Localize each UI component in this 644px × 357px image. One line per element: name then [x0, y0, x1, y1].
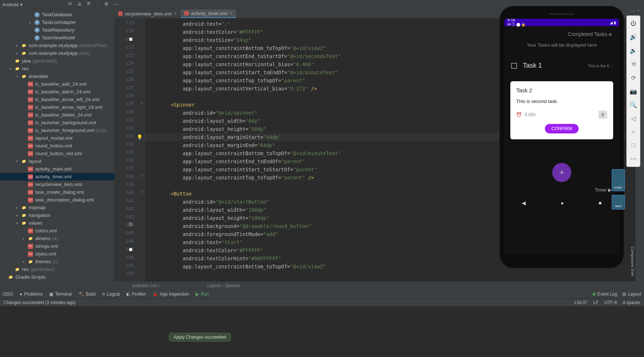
- tree-item[interactable]: ▸📁dimens(4): [0, 235, 114, 242]
- tree-item[interactable]: </>styles.xml: [0, 250, 114, 258]
- android-nav-bar: ◀ ● ■: [504, 195, 619, 211]
- collapse-icon[interactable]: ⇈: [87, 1, 91, 8]
- bottom-tool-bar: ODO ● Problems ▣ Terminal 🔨 Build ≡ Logc…: [0, 289, 644, 298]
- tree-item[interactable]: </>task_create_dialog.xml: [0, 188, 114, 196]
- close-icon[interactable]: ×: [174, 11, 177, 17]
- tree-item[interactable]: </>ic_baseline_delete_24.xml: [0, 111, 114, 119]
- tree-item[interactable]: </>round_button_red.xml: [0, 150, 114, 157]
- close-icon[interactable]: ×: [637, 8, 640, 13]
- chevron-down-icon: ▾: [20, 2, 23, 7]
- checkbox[interactable]: [511, 63, 517, 69]
- back-button[interactable]: ◀: [522, 200, 526, 206]
- rotate-right-icon[interactable]: ⟳: [631, 74, 636, 81]
- completed-tasks-header[interactable]: Completed Tasks: [504, 26, 619, 42]
- problems-tab[interactable]: ● Problems: [19, 292, 43, 297]
- tree-item[interactable]: </>ic_baseline_arrow_left_24.xml: [0, 96, 114, 103]
- indent[interactable]: 4 spaces: [623, 300, 640, 305]
- tree-item[interactable]: </>ic_baseline_alarm_24.xml: [0, 88, 114, 96]
- back-icon[interactable]: ◁: [631, 115, 636, 122]
- inspection-tab[interactable]: 🐞 App Inspection: [152, 292, 189, 297]
- more-icon[interactable]: ⋯: [630, 155, 637, 162]
- tree-item[interactable]: KTaskDatabase: [0, 11, 114, 18]
- tree-item[interactable]: </>recyclerview_item.xml: [0, 181, 114, 188]
- tree-item[interactable]: </>task_description_dialog.xml: [0, 196, 114, 204]
- tree-item[interactable]: 📁Gradle Scripts: [0, 273, 114, 281]
- volume-up-icon[interactable]: 🔊: [630, 33, 637, 40]
- project-view-selector[interactable]: Android ▾: [2, 2, 23, 7]
- line-ending[interactable]: LF: [593, 300, 598, 305]
- tree-item[interactable]: ▸📁navigation: [0, 211, 114, 219]
- tree-item[interactable]: </>colors.xml: [0, 227, 114, 235]
- toast-notification: Apply Changes succeeded: [169, 333, 231, 342]
- tree-item[interactable]: ▸📁com.example.studyapp(androidTest): [0, 42, 114, 49]
- timer-nav[interactable]: Timer ▶: [504, 185, 619, 195]
- tree-item[interactable]: ▸📁mipmap: [0, 204, 114, 211]
- tree-item[interactable]: </>strings.xml: [0, 242, 114, 250]
- overview-icon[interactable]: □: [632, 142, 635, 149]
- thumb-start[interactable]: START: [612, 169, 625, 191]
- preview-thumbnails[interactable]: START view2: [612, 169, 625, 210]
- gutter[interactable]: 119120121■122123124125126127128129⊟13013…: [115, 18, 145, 281]
- tab-activity-timer[interactable]: activity_timer.xml ×: [181, 9, 236, 18]
- profiler-tab[interactable]: ◐ Profiler: [126, 292, 146, 297]
- recents-button[interactable]: ■: [598, 200, 601, 206]
- emulator-device: 9:16 ✉ ⓘ ⬤ 🔒 ◢ ▮ Completed Tasks Your Ta…: [500, 7, 623, 268]
- terminal-tab[interactable]: ▣ Terminal: [49, 292, 72, 297]
- tree-item[interactable]: 📁java(generated): [0, 57, 114, 65]
- tree-item[interactable]: ▾📁layout: [0, 157, 114, 165]
- tree-item[interactable]: </>activity_main.xml: [0, 165, 114, 173]
- tree-item[interactable]: KTaskRepository: [0, 26, 114, 34]
- logcat-tab[interactable]: ≡ Logcat: [102, 292, 120, 297]
- todo-tab[interactable]: ODO: [3, 292, 13, 297]
- component-tree-panel[interactable]: Component Tree: [630, 246, 635, 278]
- tree-item[interactable]: </>activity_timer.xml: [0, 173, 114, 181]
- layout-inspector-tab[interactable]: ⊞ Layout: [622, 292, 641, 297]
- gear-icon[interactable]: ⚙: [104, 1, 109, 8]
- tree-item[interactable]: ▾📁drawable: [0, 72, 114, 80]
- volume-down-icon[interactable]: 🔉: [630, 47, 637, 54]
- tree-item[interactable]: </>round_button.xml: [0, 142, 114, 150]
- expand-icon[interactable]: ⇊: [77, 1, 82, 8]
- emulator-screen[interactable]: 9:16 ✉ ⓘ ⬤ 🔒 ◢ ▮ Completed Tasks Your Ta…: [504, 19, 619, 254]
- tree-item[interactable]: </>ic_launcher_background.xml: [0, 119, 114, 126]
- tree-item[interactable]: </>ic_baseline_add_24.xml: [0, 80, 114, 88]
- tree-item[interactable]: ▾📁res: [0, 65, 114, 72]
- tree-item[interactable]: 📁res(generated): [0, 265, 114, 273]
- status-message: Changes succeeded (3 minutes ago): [4, 300, 76, 305]
- tree-item[interactable]: </>ic_baseline_arrow_right_24.xml: [0, 103, 114, 111]
- tree-item[interactable]: KTaskViewModel: [0, 34, 114, 42]
- caret-position[interactable]: 134:37: [574, 300, 587, 305]
- rotate-left-icon[interactable]: ⟲: [631, 61, 636, 68]
- build-tab[interactable]: 🔨 Build: [79, 292, 96, 297]
- minimize-icon[interactable]: —: [114, 1, 119, 8]
- delete-button[interactable]: 🗑: [598, 111, 607, 119]
- breadcrumb[interactable]: androidx.con › Layout › Spinner: [0, 281, 644, 289]
- encoding[interactable]: UTF-8: [604, 300, 617, 305]
- emulator-controls: ⏻ 🔊 🔉 ⟲ ⟳ 📷 🔍 ◁ ○ □ ⋯: [626, 15, 640, 167]
- fab-add-button[interactable]: +: [552, 163, 571, 182]
- tab-recyclerview[interactable]: recyclerview_item.xml ×: [115, 9, 181, 18]
- tree-item[interactable]: ▸KTaskListAdapter: [0, 18, 114, 26]
- sync-icon[interactable]: ⟳: [68, 1, 72, 8]
- confirm-button[interactable]: CONFIRM: [545, 124, 579, 133]
- close-icon[interactable]: ×: [229, 10, 232, 16]
- tree-item[interactable]: ▸📁themes(2): [0, 258, 114, 265]
- tree-item[interactable]: </>ic_launcher_foreground.xml(v24): [0, 126, 114, 134]
- home-icon[interactable]: ○: [632, 129, 635, 135]
- power-icon[interactable]: ⏻: [630, 20, 636, 27]
- tree-item[interactable]: ▸📁com.example.studyapp(test): [0, 49, 114, 57]
- camera-icon[interactable]: 📷: [630, 88, 637, 95]
- tree-item[interactable]: </>layout_modal.xml: [0, 134, 114, 142]
- project-tree[interactable]: KTaskDatabase▸KTaskListAdapterKTaskRepos…: [0, 9, 115, 281]
- minimize-icon[interactable]: —: [631, 8, 635, 13]
- modal-description: This is second task.: [516, 99, 607, 104]
- event-log-tab[interactable]: Event Log: [593, 292, 617, 297]
- run-tab[interactable]: ▶ Run: [196, 292, 209, 297]
- xml-file-icon: [184, 11, 189, 15]
- tree-item[interactable]: ▾📁values: [0, 219, 114, 227]
- zoom-in-icon[interactable]: 🔍: [630, 101, 637, 108]
- home-button[interactable]: ●: [561, 200, 564, 206]
- thumb-view2[interactable]: view2: [612, 195, 625, 210]
- emulator-window-controls: — ×: [631, 8, 640, 13]
- task-row-1[interactable]: Task 1 This is the fi...: [504, 55, 619, 76]
